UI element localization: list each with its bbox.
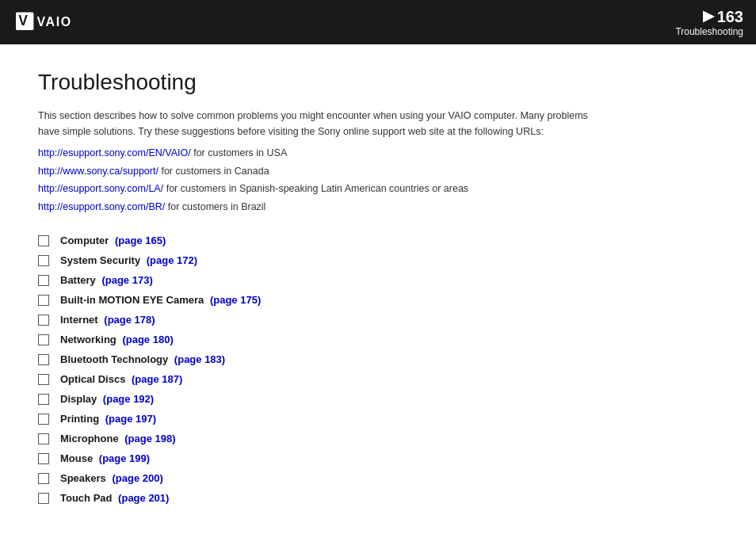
toc-item-link[interactable]: (page 192) [103,393,154,405]
toc-item: Display (page 192) [38,393,718,405]
toc-item: Internet (page 178) [38,314,718,326]
url-line-1: http://esupport.sony.com/EN/VAIO/ for cu… [38,144,718,162]
url-line-4: http://esupport.sony.com/BR/ for custome… [38,198,718,216]
toc-item-label: Printing (page 197) [60,413,156,425]
url-la[interactable]: http://esupport.sony.com/LA/ [38,183,163,194]
toc-item: Mouse (page 199) [38,452,718,464]
checkbox-icon [38,453,49,464]
checkbox-icon [38,334,49,345]
checkbox-icon [38,255,49,266]
toc-item-label: Mouse (page 199) [60,452,150,464]
toc-item-link[interactable]: (page 200) [112,472,162,484]
toc-item-label: Internet (page 178) [60,314,155,326]
checkbox-icon [38,473,49,484]
checkbox-icon [38,394,49,405]
url-line-3: http://esupport.sony.com/LA/ for custome… [38,180,718,198]
toc-item-label: Battery (page 173) [60,274,153,286]
checkbox-icon [38,374,49,385]
checkbox-icon [38,315,49,326]
toc-item: Printing (page 197) [38,413,718,425]
toc-item: System Security (page 172) [38,254,718,266]
toc-item: Microphone (page 198) [38,433,718,444]
svg-text:V: V [18,13,28,29]
toc-item-link[interactable]: (page 178) [104,314,155,326]
toc-item-link[interactable]: (page 165) [115,235,166,246]
toc-item-link[interactable]: (page 198) [124,433,175,444]
url-brazil[interactable]: http://esupport.sony.com/BR/ [38,201,165,212]
main-content: Troubleshooting This section describes h… [0,44,756,534]
page-number: 163 [717,7,743,26]
toc-item-link[interactable]: (page 187) [132,373,182,385]
page-title: Troubleshooting [38,70,718,95]
toc-item: Networking (page 180) [38,334,718,345]
checkbox-icon [38,493,49,504]
toc-item-link[interactable]: (page 183) [174,353,225,365]
toc-item-link[interactable]: (page 197) [105,413,156,425]
checkbox-icon [38,354,49,365]
page-number-line: ▶ 163 [703,7,743,26]
toc-item-link[interactable]: (page 173) [101,274,152,286]
svg-text:VAIO: VAIO [36,15,71,29]
toc-item-link[interactable]: (page 180) [122,334,173,345]
toc-item-link[interactable]: (page 172) [147,254,197,266]
url-line-2: http://www.sony.ca/support/ for customer… [38,162,718,181]
toc-item: Computer (page 165) [38,235,718,246]
vaio-logo: V VAIO [16,11,92,33]
toc-item-label: Networking (page 180) [60,334,174,345]
toc-item-link[interactable]: (page 201) [118,492,169,504]
header-right: ▶ 163 Troubleshooting [675,7,743,37]
toc-item-label: Touch Pad (page 201) [60,492,169,504]
url-usa[interactable]: http://esupport.sony.com/EN/VAIO/ [38,147,191,158]
header: V VAIO ▶ 163 Troubleshooting [0,0,756,44]
toc-item-label: Display (page 192) [60,393,154,405]
url-canada[interactable]: http://www.sony.ca/support/ [38,166,158,177]
toc-item-label: System Security (page 172) [60,254,197,266]
toc-item-link[interactable]: (page 175) [210,294,261,306]
toc-item-label: Speakers (page 200) [60,472,163,484]
toc-item: Speakers (page 200) [38,472,718,484]
toc-item-label: Built-in MOTION EYE Camera (page 175) [60,294,261,306]
url-lines: http://esupport.sony.com/EN/VAIO/ for cu… [38,144,718,216]
toc-item-label: Microphone (page 198) [60,433,176,444]
section-label: Troubleshooting [675,26,743,37]
toc-item: Touch Pad (page 201) [38,492,718,504]
toc-item-label: Bluetooth Technology (page 183) [60,353,225,365]
checkbox-icon [38,235,49,246]
toc-item: Built-in MOTION EYE Camera (page 175) [38,294,718,306]
toc-item: Battery (page 173) [38,274,718,286]
toc-item-link[interactable]: (page 199) [99,452,150,464]
intro-paragraph-1: This section describes how to solve comm… [38,108,718,139]
arrow-icon: ▶ [703,8,714,25]
checkbox-icon [38,295,49,306]
toc-item: Optical Discs (page 187) [38,373,718,385]
toc-list: Computer (page 165)System Security (page… [38,235,718,504]
checkbox-icon [38,433,49,444]
checkbox-icon [38,275,49,286]
toc-item-label: Computer (page 165) [60,235,166,246]
toc-item-label: Optical Discs (page 187) [60,373,182,385]
checkbox-icon [38,414,49,425]
toc-item: Bluetooth Technology (page 183) [38,353,718,365]
